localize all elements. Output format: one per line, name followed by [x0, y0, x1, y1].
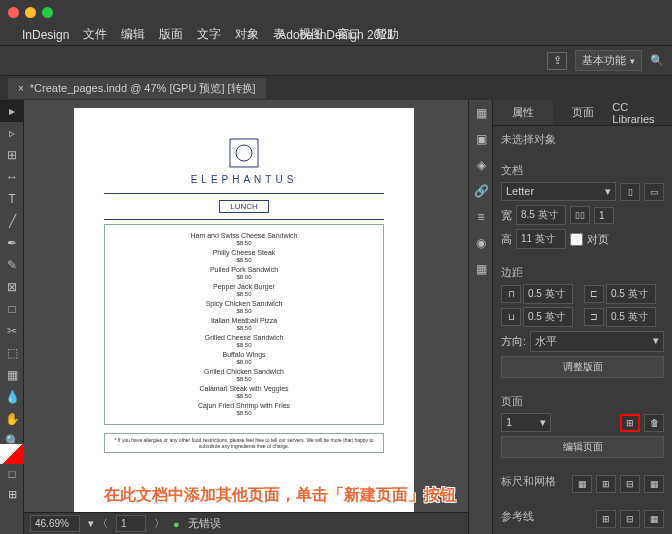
menu-file[interactable]: 文件 [83, 26, 107, 43]
gap-tool[interactable]: ↔ [0, 166, 24, 188]
zoom-input[interactable]: 46.69% [30, 515, 80, 532]
fill-stroke-swatches: □ ⊞ [0, 444, 24, 504]
menu-indesign[interactable]: InDesign [22, 28, 69, 42]
menu-price: $8.50 [105, 325, 383, 333]
links-icon[interactable]: 🔗 [469, 178, 493, 204]
menu-price: $8.50 [105, 393, 383, 401]
scissors-tool[interactable]: ✂ [0, 320, 24, 342]
selection-tool[interactable]: ▸ [0, 100, 24, 122]
menubar: InDesign 文件 编辑 版面 文字 对象 表 视图 窗口 帮助 Adobe… [0, 24, 672, 46]
view-mode[interactable]: ⊞ [0, 484, 24, 504]
menu-price: $8.50 [105, 376, 383, 384]
hand-tool[interactable]: ✋ [0, 408, 24, 430]
direct-selection-tool[interactable]: ▹ [0, 122, 24, 144]
footer-note: * If you have allergies or any other foo… [104, 433, 384, 453]
margin-right-input[interactable]: 0.5 英寸 [606, 307, 656, 327]
ruler-icon[interactable]: ▦ [572, 475, 592, 493]
status-bar: 46.69% ▾ 〈 1 〉 ● 无错误 [24, 512, 468, 534]
facing-pages-label: 对页 [587, 232, 609, 247]
guide-icon-1[interactable]: ⊞ [596, 510, 616, 528]
stroke-swatch[interactable]: □ [0, 464, 24, 484]
pencil-tool[interactable]: ✎ [0, 254, 24, 276]
menu-type[interactable]: 文字 [197, 26, 221, 43]
menu-item: Philly Cheese Steak [105, 248, 383, 257]
menu-layout[interactable]: 版面 [159, 26, 183, 43]
menu-item: Ham and Swiss Cheese Sandwich [105, 231, 383, 240]
instruction-caption: 在此文档中添加其他页面，单击「新建页面」按钮 [104, 485, 456, 506]
tab-pages[interactable]: 页面 [553, 100, 613, 125]
share-icon[interactable]: ⇪ [547, 52, 567, 70]
delete-page-button[interactable]: 🗑 [644, 414, 664, 432]
workspace-dropdown[interactable]: 基本功能 [575, 50, 642, 71]
free-transform-tool[interactable]: ⬚ [0, 342, 24, 364]
maximize-window[interactable] [42, 7, 53, 18]
menu-item: Spicy Chicken Sandwich [105, 299, 383, 308]
new-page-button[interactable]: ⊞ [620, 414, 640, 432]
margin-left-input[interactable]: 0.5 英寸 [606, 284, 656, 304]
page-size-dropdown[interactable]: Letter▾ [501, 182, 616, 201]
pages-binding-icon[interactable]: ▯▯ [570, 206, 590, 224]
cc-libs-icon[interactable]: ▦ [469, 100, 493, 126]
page-nav[interactable]: 1 [116, 515, 146, 532]
menu-price: $8.50 [105, 291, 383, 299]
menu-item: Pulled Pork Sandwich [105, 265, 383, 274]
orient-portrait-icon[interactable]: ▯ [620, 183, 640, 201]
margin-top-icon: ⊓ [501, 285, 521, 303]
color-icon[interactable]: ◉ [469, 230, 493, 256]
menu-price: $8.50 [105, 257, 383, 265]
rectangle-frame-tool[interactable]: ⊠ [0, 276, 24, 298]
tab-cclibs[interactable]: CC Libraries [612, 100, 672, 125]
menu-price: $8.50 [105, 342, 383, 350]
document-page[interactable]: ELEPHANTUS LUNCH Ham and Swiss Cheese Sa… [74, 108, 414, 518]
guide-icon-2[interactable]: ⊟ [620, 510, 640, 528]
margin-left-icon: ⊏ [584, 285, 604, 303]
facing-pages-checkbox[interactable] [570, 233, 583, 246]
menu-edit[interactable]: 编辑 [121, 26, 145, 43]
no-selection-label: 未选择对象 [501, 132, 664, 147]
search-icon[interactable]: 🔍 [650, 54, 664, 67]
eyedropper-tool[interactable]: 💧 [0, 386, 24, 408]
line-tool[interactable]: ╱ [0, 210, 24, 232]
edit-pages-button[interactable]: 编辑页面 [501, 436, 664, 458]
menu-item: Grilled Chicken Sandwich [105, 367, 383, 376]
menu-object[interactable]: 对象 [235, 26, 259, 43]
width-input[interactable]: 8.5 英寸 [516, 205, 566, 225]
menu-item: Buffalo Wings [105, 350, 383, 359]
stroke-icon[interactable]: ≡ [469, 204, 493, 230]
grid-icon-3[interactable]: ▦ [644, 475, 664, 493]
document-tab[interactable]: × *Create_pages.indd @ 47% [GPU 预览] [转换] [8, 78, 266, 99]
margin-label: 边距 [501, 265, 664, 280]
layers-icon[interactable]: ◈ [469, 152, 493, 178]
canvas[interactable]: ELEPHANTUS LUNCH Ham and Swiss Cheese Sa… [24, 100, 468, 534]
menu-price: $8.50 [105, 410, 383, 418]
type-tool[interactable]: T [0, 188, 24, 210]
margin-bottom-input[interactable]: 0.5 英寸 [523, 307, 573, 327]
pages-icon[interactable]: ▣ [469, 126, 493, 152]
fill-swatch[interactable] [0, 444, 24, 464]
tab-properties[interactable]: 属性 [493, 100, 553, 125]
height-input[interactable]: 11 英寸 [516, 229, 566, 249]
guide-icon-3[interactable]: ▦ [644, 510, 664, 528]
app-topbar: ⇪ 基本功能 🔍 [0, 46, 672, 76]
gradient-tool[interactable]: ▦ [0, 364, 24, 386]
close-tab-icon[interactable]: × [18, 83, 24, 94]
menu-item: Calamari Steak with Veggies [105, 384, 383, 393]
minimize-window[interactable] [25, 7, 36, 18]
grid-icon-1[interactable]: ⊞ [596, 475, 616, 493]
close-window[interactable] [8, 7, 19, 18]
properties-panel: 属性 页面 CC Libraries 未选择对象 文档 Letter▾ ▯ ▭ … [492, 100, 672, 534]
pages-count-input[interactable]: 1 [594, 207, 614, 224]
page-number-dropdown[interactable]: 1▾ [501, 413, 551, 432]
rectangle-tool[interactable]: □ [0, 298, 24, 320]
margin-top-input[interactable]: 0.5 英寸 [523, 284, 573, 304]
grid-icon-2[interactable]: ⊟ [620, 475, 640, 493]
menu-item: Pepper Jack Burger [105, 282, 383, 291]
orient-dropdown[interactable]: 水平▾ [530, 331, 664, 352]
page-tool[interactable]: ⊞ [0, 144, 24, 166]
adjust-layout-button[interactable]: 调整版面 [501, 356, 664, 378]
pen-tool[interactable]: ✒ [0, 232, 24, 254]
swatches-icon[interactable]: ▦ [469, 256, 493, 282]
width-label: 宽 [501, 208, 512, 223]
svg-point-1 [236, 145, 252, 161]
orient-landscape-icon[interactable]: ▭ [644, 183, 664, 201]
